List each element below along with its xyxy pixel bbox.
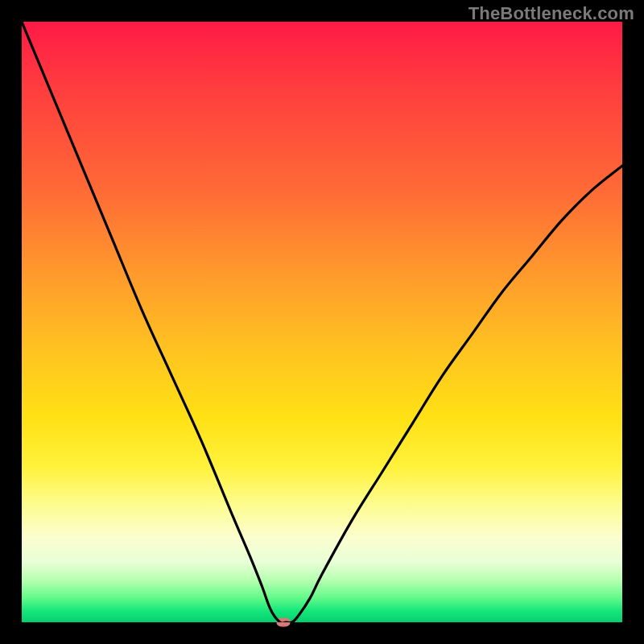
plot-area (22, 22, 622, 622)
bottleneck-curve (22, 22, 622, 622)
chart-stage: TheBottleneck.com (0, 0, 644, 644)
watermark-text: TheBottleneck.com (469, 3, 634, 24)
